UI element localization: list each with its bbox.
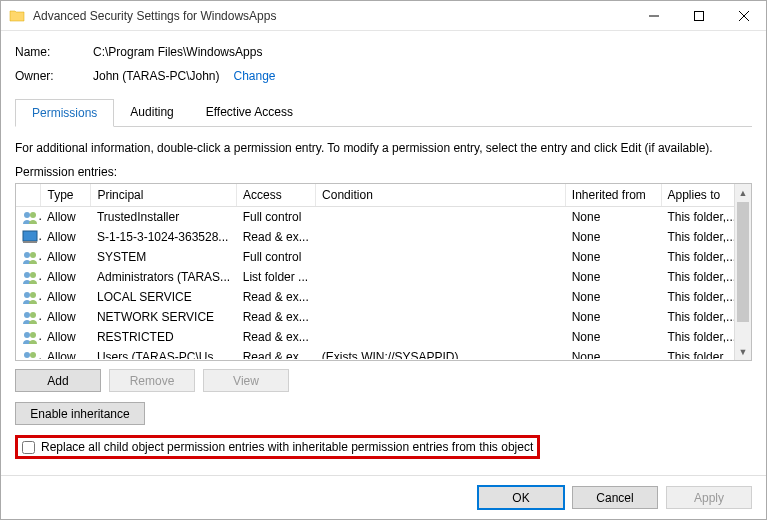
hint-text: For additional information, double-click… [15, 141, 752, 155]
ok-button[interactable]: OK [478, 486, 564, 509]
cell-principal: LOCAL SERVICE [91, 287, 237, 307]
content-area: Name: C:\Program Files\WindowsApps Owner… [1, 31, 766, 475]
col-inherited-header[interactable]: Inherited from [565, 184, 661, 207]
close-button[interactable] [721, 1, 766, 30]
col-icon-header[interactable] [16, 184, 41, 207]
minimize-button[interactable] [631, 1, 676, 30]
scroll-thumb[interactable] [737, 202, 749, 322]
cell-condition [316, 307, 566, 327]
cell-condition [316, 207, 566, 227]
svg-rect-4 [23, 241, 37, 243]
cell-type: Allow [41, 247, 91, 267]
cell-access: Read & ex... [237, 307, 316, 327]
tab-permissions[interactable]: Permissions [15, 99, 114, 127]
cell-access: Full control [237, 247, 316, 267]
table-row[interactable]: AllowS-1-15-3-1024-363528...Read & ex...… [16, 227, 751, 247]
table-row[interactable]: AllowSYSTEMFull controlNoneThis folder,.… [16, 247, 751, 267]
add-button[interactable]: Add [15, 369, 101, 392]
svg-rect-0 [694, 11, 703, 20]
owner-label: Owner: [15, 69, 93, 83]
apply-button[interactable]: Apply [666, 486, 752, 509]
svg-point-5 [24, 252, 30, 258]
security-settings-window: Advanced Security Settings for WindowsAp… [0, 0, 767, 520]
table-row[interactable]: AllowRESTRICTEDRead & ex...NoneThis fold… [16, 327, 751, 347]
col-principal-header[interactable]: Principal [91, 184, 237, 207]
cell-principal: Users (TARAS-PC\Users) [91, 347, 237, 359]
cell-inherited: None [566, 267, 662, 287]
svg-point-13 [24, 332, 30, 338]
principal-app-icon [22, 229, 38, 245]
cell-principal: S-1-15-3-1024-363528... [91, 227, 237, 247]
principal-group-icon [22, 309, 38, 325]
table-row[interactable]: AllowLOCAL SERVICERead & ex...NoneThis f… [16, 287, 751, 307]
cell-principal: TrustedInstaller [91, 207, 237, 227]
remove-button[interactable]: Remove [109, 369, 195, 392]
cell-type: Allow [41, 227, 91, 247]
maximize-button[interactable] [676, 1, 721, 30]
cell-type: Allow [41, 327, 91, 347]
tab-strip: Permissions Auditing Effective Access [15, 99, 752, 127]
cancel-button[interactable]: Cancel [572, 486, 658, 509]
window-title: Advanced Security Settings for WindowsAp… [33, 9, 631, 23]
enable-inheritance-button[interactable]: Enable inheritance [15, 402, 145, 425]
cell-principal: Administrators (TARAS... [91, 267, 237, 287]
col-condition-header[interactable]: Condition [316, 184, 566, 207]
tab-effective-access[interactable]: Effective Access [190, 99, 309, 126]
svg-point-16 [30, 352, 36, 358]
tab-auditing[interactable]: Auditing [114, 99, 189, 126]
owner-value: John (TARAS-PC\John) [93, 69, 220, 83]
svg-point-8 [30, 272, 36, 278]
cell-access: Full control [237, 207, 316, 227]
table-row[interactable]: AllowTrustedInstallerFull controlNoneThi… [16, 207, 751, 227]
cell-inherited: None [566, 207, 662, 227]
svg-point-14 [30, 332, 36, 338]
view-button[interactable]: View [203, 369, 289, 392]
permission-grid[interactable]: Type Principal Access Condition Inherite… [15, 183, 752, 361]
principal-group-icon [22, 269, 38, 285]
svg-point-15 [24, 352, 30, 358]
cell-condition [316, 227, 566, 247]
svg-point-10 [30, 292, 36, 298]
col-access-header[interactable]: Access [237, 184, 316, 207]
replace-entries-label[interactable]: Replace all child object permission entr… [41, 440, 533, 454]
replace-entries-region: Replace all child object permission entr… [15, 435, 540, 459]
svg-point-9 [24, 292, 30, 298]
cell-access: List folder ... [237, 267, 316, 287]
svg-point-12 [30, 312, 36, 318]
cell-type: Allow [41, 207, 91, 227]
principal-group-icon [22, 349, 38, 359]
grid-header-row: Type Principal Access Condition Inherite… [16, 184, 751, 207]
permission-entries-label: Permission entries: [15, 165, 752, 179]
table-row[interactable]: AllowUsers (TARAS-PC\Users)Read & ex...(… [16, 347, 751, 359]
enable-inheritance-row: Enable inheritance [15, 402, 752, 425]
cell-condition: (Exists WIN://SYSAPPID) [316, 347, 566, 359]
cell-principal: NETWORK SERVICE [91, 307, 237, 327]
scroll-up-icon[interactable]: ▲ [735, 184, 751, 201]
name-value: C:\Program Files\WindowsApps [93, 45, 262, 59]
cell-access: Read & ex... [237, 347, 316, 359]
owner-row: Owner: John (TARAS-PC\John) Change [15, 69, 752, 83]
table-row[interactable]: AllowNETWORK SERVICERead & ex...NoneThis… [16, 307, 751, 327]
col-type-header[interactable]: Type [41, 184, 91, 207]
change-owner-link[interactable]: Change [234, 69, 276, 83]
cell-condition [316, 267, 566, 287]
titlebar: Advanced Security Settings for WindowsAp… [1, 1, 766, 31]
cell-condition [316, 287, 566, 307]
folder-security-icon [9, 8, 25, 24]
entry-buttons-row: Add Remove View [15, 369, 752, 392]
svg-point-2 [30, 212, 36, 218]
replace-entries-checkbox[interactable] [22, 441, 35, 454]
name-label: Name: [15, 45, 93, 59]
cell-inherited: None [566, 307, 662, 327]
scroll-down-icon[interactable]: ▼ [735, 343, 751, 360]
svg-point-1 [24, 212, 30, 218]
table-row[interactable]: AllowAdministrators (TARAS...List folder… [16, 267, 751, 287]
svg-point-11 [24, 312, 30, 318]
svg-point-7 [24, 272, 30, 278]
grid-scrollbar[interactable]: ▲ ▼ [734, 184, 751, 360]
cell-access: Read & ex... [237, 227, 316, 247]
principal-group-icon [22, 289, 38, 305]
cell-inherited: None [566, 227, 662, 247]
cell-type: Allow [41, 307, 91, 327]
cell-inherited: None [566, 347, 662, 359]
